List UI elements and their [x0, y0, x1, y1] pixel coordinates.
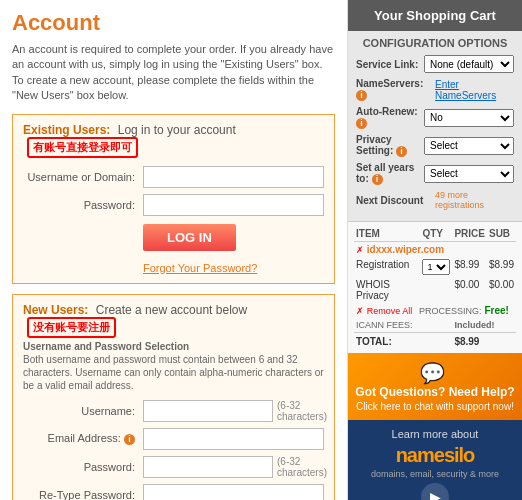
remove-all-row: ✗ Remove All PROCESSING: Free!	[354, 303, 516, 318]
total-label: TOTAL:	[354, 333, 452, 350]
new-username-input[interactable]	[143, 400, 273, 422]
retype-row: Re-Type Password:	[23, 484, 324, 500]
cart-table: ITEM QTY PRICE SUB ✗ idxxx.wiper.com	[354, 226, 516, 349]
new-password-row: Password: (6-32 characters)	[23, 456, 324, 478]
password-label: Password:	[23, 199, 143, 211]
new-annotation: 没有账号要注册	[27, 317, 116, 338]
nameservers-info-icon[interactable]: i	[356, 90, 367, 101]
autorenew-row: Auto-Renew: i No	[356, 106, 514, 129]
existing-users-header: Existing Users: Log in to your account 有…	[23, 123, 324, 158]
intro-text: An account is required to complete your …	[12, 42, 335, 104]
email-label: Email Address: i	[23, 432, 143, 445]
privacy-row: Privacy Setting: i Select	[356, 134, 514, 157]
namesilo-logo: namesilo	[354, 444, 516, 467]
icann-label: ICANN FEES:	[354, 318, 452, 333]
nameservers-row: NameServers: i Enter NameServers	[356, 78, 514, 101]
whois-label: WHOIS Privacy	[354, 277, 420, 303]
domain-x-icon: ✗	[356, 245, 364, 255]
new-password-label: Password:	[23, 461, 143, 473]
page-title: Account	[12, 10, 335, 36]
config-title: CONFIGURATION OPTIONS	[356, 37, 514, 49]
email-info-icon[interactable]: i	[124, 434, 135, 445]
whois-sub: $0.00	[487, 277, 516, 303]
processing-value: Free!	[484, 305, 508, 316]
set-years-info-icon[interactable]: i	[372, 174, 383, 185]
whois-row: WHOIS Privacy $0.00 $0.00	[354, 277, 516, 303]
col-item: ITEM	[354, 226, 420, 242]
next-discount-value: 49 more registrations	[435, 190, 514, 210]
namesilo-learn-text: Learn more about	[354, 428, 516, 440]
username-hint: (6-32 characters)	[277, 400, 327, 422]
service-link-select[interactable]: None (default)	[424, 55, 514, 73]
new-password-input[interactable]	[143, 456, 273, 478]
username-label: Username or Domain:	[23, 171, 143, 183]
retype-label: Re-Type Password:	[23, 489, 143, 500]
whois-price: $0.00	[452, 277, 487, 303]
username-row: Username or Domain:	[23, 166, 324, 188]
set-years-select[interactable]: Select	[424, 165, 514, 183]
reg-sub: $8.99	[487, 257, 516, 277]
service-link-row: Service Link: None (default)	[356, 55, 514, 73]
cart-title: Your Shopping Cart	[348, 0, 522, 31]
new-users-section: New Users: Create a new account below 没有…	[12, 294, 335, 500]
sidebar: Your Shopping Cart CONFIGURATION OPTIONS…	[347, 0, 522, 500]
set-years-row: Set all years to: i Select	[356, 162, 514, 185]
password-row: Password:	[23, 194, 324, 216]
processing-label: PROCESSING:	[419, 306, 482, 316]
play-button[interactable]: ▶	[421, 483, 449, 500]
username-input[interactable]	[143, 166, 324, 188]
registration-row: Registration 1 $8.99 $8.99	[354, 257, 516, 277]
email-input[interactable]	[143, 428, 324, 450]
domain-name: idxxx.wiper.com	[367, 244, 444, 255]
reg-qty[interactable]: 1	[422, 259, 450, 275]
existing-annotation: 有账号直接登录即可	[27, 137, 138, 158]
email-row: Email Address: i	[23, 428, 324, 450]
retype-input[interactable]	[143, 484, 324, 500]
privacy-select[interactable]: Select	[424, 137, 514, 155]
new-users-subtext: Username and Password Selection Both use…	[23, 340, 324, 392]
icann-row: ICANN FEES: Included!	[354, 318, 516, 333]
existing-users-section: Existing Users: Log in to your account 有…	[12, 114, 335, 284]
autorenew-info-icon[interactable]: i	[356, 118, 367, 129]
table-row: ✗ idxxx.wiper.com	[354, 242, 516, 258]
new-username-label: Username:	[23, 405, 143, 417]
chat-sub: Click here to chat with support now!	[354, 401, 516, 412]
chat-icon: 💬	[420, 361, 445, 385]
login-button[interactable]: LOG IN	[143, 224, 236, 251]
new-users-header: New Users: Create a new account below 没有…	[23, 303, 324, 338]
main-content: Account An account is required to comple…	[0, 0, 347, 500]
namesilo-sub-text: domains, email, security & more	[354, 469, 516, 479]
cart-items: ITEM QTY PRICE SUB ✗ idxxx.wiper.com	[348, 222, 522, 353]
forgot-password-link[interactable]: Forgot Your Password?	[143, 262, 257, 274]
password-input[interactable]	[143, 194, 324, 216]
config-section: CONFIGURATION OPTIONS Service Link: None…	[348, 31, 522, 222]
nameservers-link[interactable]: Enter NameServers	[435, 79, 496, 101]
chat-title: Got Questions? Need Help?	[354, 385, 516, 399]
chat-ad[interactable]: 💬 Got Questions? Need Help? Click here t…	[348, 353, 522, 420]
col-qty: QTY	[420, 226, 452, 242]
privacy-info-icon[interactable]: i	[396, 146, 407, 157]
autorenew-select[interactable]: No	[424, 109, 514, 127]
reg-label: Registration	[354, 257, 420, 277]
password-hint: (6-32 characters)	[277, 456, 327, 478]
col-sub: SUB	[487, 226, 516, 242]
icann-value: Included!	[452, 318, 516, 333]
reg-price: $8.99	[452, 257, 487, 277]
remove-all-link[interactable]: Remove All	[367, 306, 413, 316]
namesilo-ad: Learn more about namesilo domains, email…	[348, 420, 522, 500]
col-price: PRICE	[452, 226, 487, 242]
remove-icon: ✗	[356, 306, 364, 316]
total-row: TOTAL: $8.99	[354, 333, 516, 350]
next-discount-row: Next Discount 49 more registrations	[356, 190, 514, 210]
new-username-row: Username: (6-32 characters)	[23, 400, 324, 422]
total-value: $8.99	[452, 333, 516, 350]
